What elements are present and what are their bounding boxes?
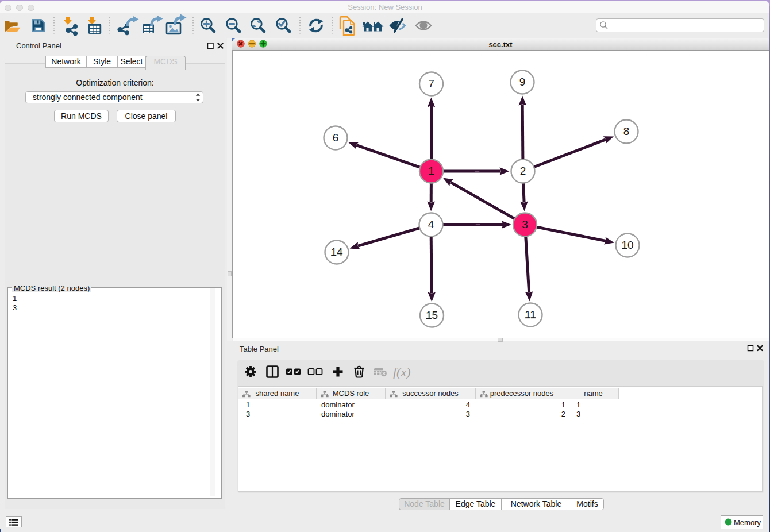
svg-text:9: 9 — [519, 76, 526, 88]
svg-text:15: 15 — [426, 309, 438, 321]
svg-text:11: 11 — [525, 309, 536, 321]
svg-text:f(x): f(x) — [393, 365, 411, 379]
svg-text:3: 3 — [522, 218, 528, 230]
svg-text:8: 8 — [623, 125, 630, 137]
svg-text:6: 6 — [333, 132, 339, 144]
svg-text:14: 14 — [330, 246, 343, 258]
svg-text:10: 10 — [621, 239, 633, 251]
svg-text:2: 2 — [520, 165, 526, 177]
svg-text:1: 1 — [428, 165, 434, 177]
svg-text:4: 4 — [428, 218, 434, 230]
svg-text:7: 7 — [428, 78, 434, 90]
